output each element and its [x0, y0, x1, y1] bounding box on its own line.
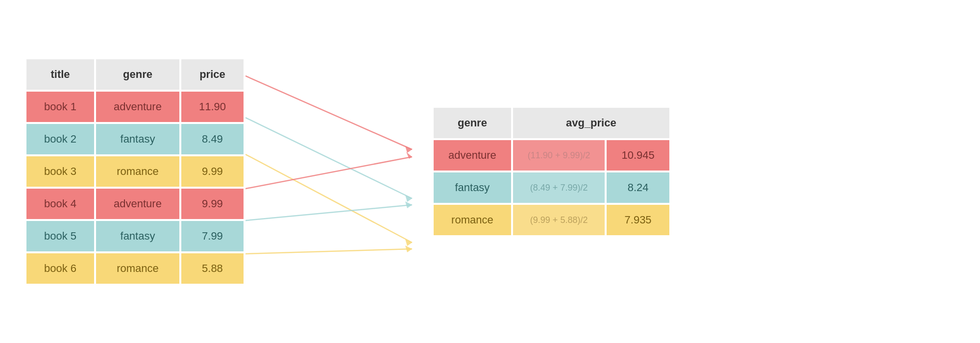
table-row: book 6 romance 5.88: [26, 253, 244, 284]
cell-genre: romance: [96, 253, 179, 284]
svg-line-2: [245, 118, 412, 198]
svg-marker-1: [405, 146, 412, 153]
result-col-header-genre: genre: [434, 108, 511, 138]
cell-title: book 2: [26, 124, 94, 154]
svg-marker-3: [405, 195, 412, 202]
svg-marker-11: [405, 245, 412, 252]
table-row: book 5 fantasy 7.99: [26, 221, 244, 251]
cell-title: book 4: [26, 189, 94, 219]
cell-title: book 1: [26, 92, 94, 122]
cell-title: book 6: [26, 253, 94, 284]
result-cell-formula: (8.49 + 7.99)/2: [513, 172, 605, 203]
source-table: title genre price book 1 adventure 11.90…: [24, 57, 245, 286]
cell-price: 8.49: [181, 124, 244, 154]
cell-genre: romance: [96, 156, 179, 187]
cell-genre: adventure: [96, 92, 179, 122]
result-row: fantasy (8.49 + 7.99)/2 8.24: [434, 172, 669, 203]
svg-line-4: [245, 154, 412, 243]
result-cell-value: 8.24: [607, 172, 669, 203]
cell-title: book 3: [26, 156, 94, 187]
result-cell-genre: adventure: [434, 140, 511, 171]
left-table-wrapper: title genre price book 1 adventure 11.90…: [24, 57, 245, 286]
cell-price: 11.90: [181, 92, 244, 122]
svg-line-6: [245, 157, 412, 189]
table-row: book 4 adventure 9.99: [26, 189, 244, 219]
result-cell-formula: (11.90 + 9.99)/2: [513, 140, 605, 171]
cell-price: 7.99: [181, 221, 244, 251]
table-row: book 2 fantasy 8.49: [26, 124, 244, 154]
cell-genre: adventure: [96, 189, 179, 219]
result-table: genre avg_price adventure (11.90 + 9.99)…: [432, 106, 671, 237]
cell-genre: fantasy: [96, 221, 179, 251]
main-container: title genre price book 1 adventure 11.90…: [24, 24, 956, 318]
svg-line-0: [245, 76, 412, 149]
cell-price: 5.88: [181, 253, 244, 284]
col-header-price: price: [181, 59, 244, 90]
result-cell-genre: fantasy: [434, 172, 511, 203]
result-cell-formula: (9.99 + 5.88)/2: [513, 205, 605, 235]
result-cell-value: 7.935: [607, 205, 669, 235]
svg-marker-9: [405, 201, 412, 208]
cell-genre: fantasy: [96, 124, 179, 154]
cell-price: 9.99: [181, 156, 244, 187]
svg-line-8: [245, 205, 412, 220]
table-row: book 3 romance 9.99: [26, 156, 244, 187]
svg-line-10: [245, 249, 412, 254]
right-table-wrapper: genre avg_price adventure (11.90 + 9.99)…: [432, 106, 671, 237]
result-cell-genre: romance: [434, 205, 511, 235]
col-header-title: title: [26, 59, 94, 90]
col-header-genre: genre: [96, 59, 179, 90]
result-row: romance (9.99 + 5.88)/2 7.935: [434, 205, 669, 235]
cell-price: 9.99: [181, 189, 244, 219]
result-cell-value: 10.945: [607, 140, 669, 171]
arrow-area: [245, 24, 432, 318]
result-col-header-avg-price: avg_price: [513, 108, 669, 138]
table-row: book 1 adventure 11.90: [26, 92, 244, 122]
result-row: adventure (11.90 + 9.99)/2 10.945: [434, 140, 669, 171]
cell-title: book 5: [26, 221, 94, 251]
